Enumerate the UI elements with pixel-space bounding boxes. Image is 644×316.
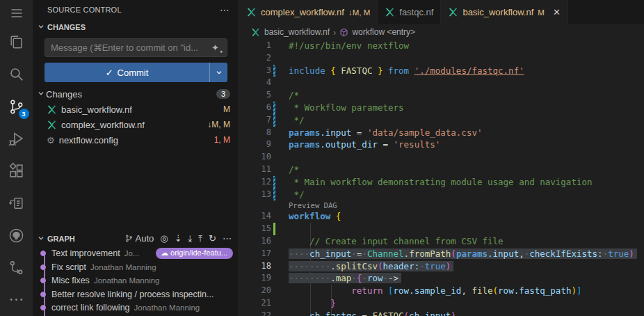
line-number: 4 — [239, 77, 271, 89]
breadcrumb-file[interactable]: basic_workflow.nf — [250, 27, 330, 38]
code-line-18[interactable]: 18········.splitCsv(header:·true) — [239, 260, 644, 273]
line-number: 7 — [239, 114, 271, 127]
tab-label: basic_workflow.nf — [462, 7, 533, 17]
vscode-window: 3 SOURCE CONTROL ⋯ CHANGES ✦✦ ✓ Commit C… — [0, 0, 644, 316]
code-line-3[interactable]: 3include { FASTQC } from './modules/fast… — [239, 65, 644, 77]
changes-section-header[interactable]: CHANGES — [33, 19, 239, 35]
code-line-12[interactable]: 12 * Main workflow demonstrating module … — [239, 176, 644, 189]
git-status-badge: M — [223, 104, 230, 114]
commit-message: Better resolve linking / process inspect… — [51, 290, 214, 299]
code-line-14[interactable]: 14workflow { — [239, 210, 644, 223]
line-number: 17 — [239, 248, 271, 260]
code-line-7[interactable]: 7 */ — [239, 114, 644, 127]
sparkle-icon[interactable]: ✦✦ — [211, 43, 223, 52]
close-icon[interactable]: ✕ — [553, 7, 561, 17]
commit-row[interactable]: Text improvementJo...☁ origin/ide-featu.… — [33, 247, 239, 261]
line-number: 18 — [239, 260, 271, 273]
editor-tab-fastqc.nf[interactable]: fastqc.nf — [378, 0, 441, 24]
codelens-preview-dag[interactable]: Preview DAG — [239, 200, 644, 210]
code-line-19[interactable]: 19········.map·{·row·-> — [239, 272, 644, 285]
activity-item-commit-graph[interactable] — [0, 251, 33, 283]
activity-bar: 3 — [0, 0, 33, 316]
gear-icon: ⚙ — [47, 136, 55, 145]
code-line-16[interactable]: 16 // Create input channel from CSV file — [239, 235, 644, 248]
commit-author: Jonathan Manning — [94, 276, 160, 285]
code-line-13[interactable]: 13 */ — [239, 189, 644, 201]
code-line-11[interactable]: 11/* — [239, 164, 644, 176]
git-push-icon[interactable]: ⤒ — [198, 234, 202, 243]
commit-dot-icon — [40, 251, 46, 256]
activity-item-task-output[interactable] — [0, 187, 33, 219]
graph-target-icon[interactable]: ◎ — [160, 234, 168, 243]
editor-tab-complex_workflow.nf[interactable]: complex_workflow.nf↓M, M — [239, 0, 378, 24]
code-line-9[interactable]: 9params.output_dir = 'results' — [239, 139, 644, 151]
git-fetch-icon[interactable]: ⇣ — [175, 234, 182, 243]
activity-item-run-debug[interactable] — [0, 123, 33, 155]
code-line-8[interactable]: 8params.input = 'data/sample_data.csv' — [239, 127, 644, 139]
commit-button-main[interactable]: ✓ Commit — [45, 63, 209, 82]
activity-item-github[interactable] — [0, 219, 33, 251]
code-line-1[interactable]: 1#!/usr/bin/env nextflow — [239, 40, 644, 52]
commit-button[interactable]: ✓ Commit — [45, 63, 227, 82]
refresh-icon[interactable]: ↻ — [209, 234, 216, 243]
code-line-21[interactable]: 21 } — [239, 297, 644, 310]
graph-section-header[interactable]: GRAPH Auto ◎ ⇣ ⤓ ⤒ ↻ ⋯ — [33, 230, 239, 247]
line-number: 1 — [239, 40, 271, 52]
sidebar-more-actions-icon[interactable]: ⋯ — [220, 4, 230, 15]
tab-git-decoration: ↓M, M — [348, 8, 370, 17]
activity-item-source-control[interactable]: 3 — [0, 90, 33, 123]
line-number: 14 — [239, 210, 271, 223]
code-text: #!/usr/bin/env nextflow — [277, 40, 409, 52]
branch-ref-pill[interactable]: ☁ origin/ide-featu... — [156, 248, 233, 259]
commit-row[interactable]: Misc fixesJonathan Manning — [33, 274, 239, 288]
gutter — [271, 310, 277, 316]
changes-tree-row[interactable]: Changes 3 — [33, 86, 239, 102]
commit-row[interactable]: Better resolve linking / process inspect… — [33, 287, 239, 301]
code-editor[interactable]: 1#!/usr/bin/env nextflow23include { FAST… — [239, 40, 644, 316]
activity-item-extensions[interactable] — [0, 155, 33, 187]
code-line-2[interactable]: 2 — [239, 52, 644, 65]
gutter — [271, 65, 277, 77]
commit-row[interactable]: Fix scriptJonathan Manning — [33, 260, 239, 274]
gutter — [271, 40, 277, 52]
gutter — [271, 260, 277, 273]
git-modified-gutter-bar — [273, 189, 275, 201]
code-text: ····ch_input·=·Channel.fromPath(params.i… — [277, 248, 637, 260]
chevron-down-icon — [36, 233, 46, 244]
graph-branch-auto-picker[interactable]: Auto — [124, 234, 154, 243]
commit-row[interactable]: correct link followingJonathan Manning — [33, 301, 239, 315]
activity-item-explorer[interactable] — [0, 26, 33, 58]
code-line-6[interactable]: 6 * Workflow parameters — [239, 102, 644, 114]
activity-item-menu[interactable] — [0, 0, 33, 26]
editor-tab-basic_workflow.nf-active[interactable]: basic_workflow.nfM✕ — [441, 0, 567, 24]
commit-message-input[interactable] — [51, 42, 211, 53]
line-number: 2 — [239, 52, 271, 65]
line-number: 12 — [239, 176, 271, 189]
activity-item-search[interactable] — [0, 58, 33, 90]
changed-file-row[interactable]: complex_workflow.nf↓M, M — [33, 117, 239, 132]
changed-file-row[interactable]: ⚙nextflow.config1, M — [33, 132, 239, 148]
graph-more-actions-icon[interactable]: ⋯ — [223, 234, 232, 243]
graph-toolbar: Auto ◎ ⇣ ⤓ ⤒ ↻ ⋯ — [124, 234, 232, 243]
gutter — [271, 164, 277, 176]
code-line-10[interactable]: 10 — [239, 151, 644, 164]
code-line-5[interactable]: 5/* — [239, 89, 644, 102]
code-line-4[interactable]: 4 — [239, 77, 644, 89]
gutter — [271, 272, 277, 285]
line-number: 13 — [239, 189, 271, 201]
changes-tree-label: Changes — [46, 89, 82, 100]
editor-group: complex_workflow.nf↓M, Mfastqc.nfbasic_w… — [239, 0, 644, 316]
breadcrumb-symbol[interactable]: workflow <entry> — [339, 27, 415, 37]
chevron-down-icon — [36, 88, 46, 100]
code-text: /* — [277, 89, 299, 102]
nextflow-file-icon — [246, 7, 257, 17]
commit-dropdown-button[interactable] — [209, 63, 227, 82]
activity-item-more-views[interactable] — [0, 284, 33, 316]
code-text — [277, 77, 289, 89]
git-pull-icon[interactable]: ⤓ — [188, 234, 193, 243]
code-line-15[interactable]: 15 — [239, 223, 644, 235]
changed-file-row[interactable]: basic_workflow.nfM — [33, 102, 239, 117]
code-line-17[interactable]: 17····ch_input·=·Channel.fromPath(params… — [239, 248, 644, 260]
code-line-20[interactable]: 20 return [row.sample_id, file(row.fastq… — [239, 285, 644, 297]
code-line-22[interactable]: 22 ch_fastqc = FASTQC(ch_input) — [239, 310, 644, 316]
